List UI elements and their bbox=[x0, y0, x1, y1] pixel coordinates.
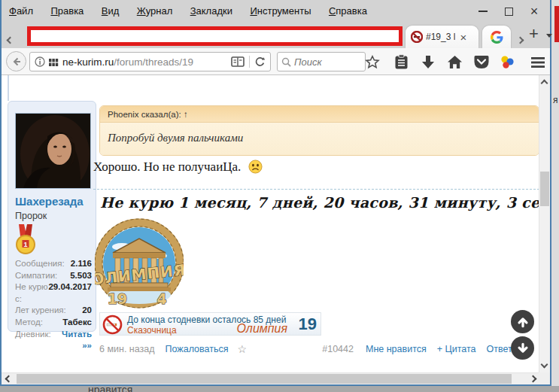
vertical-scrollbar-thumb[interactable] bbox=[540, 172, 549, 206]
pocket-icon bbox=[474, 55, 489, 69]
menu-history[interactable]: Журнал bbox=[137, 0, 172, 23]
google-favicon bbox=[491, 31, 503, 44]
menu-bookmarks[interactable]: Закладки bbox=[190, 0, 232, 23]
minimize-icon bbox=[478, 11, 488, 12]
search-icon bbox=[281, 57, 291, 67]
menu-edit[interactable]: Правка bbox=[50, 0, 84, 23]
downloads-button[interactable] bbox=[418, 53, 438, 71]
medal-icon: 1 bbox=[14, 224, 37, 259]
site-info-icon[interactable] bbox=[35, 56, 45, 67]
menu-file[interactable]: Файл bbox=[9, 0, 33, 23]
quote-link[interactable]: + Цитата bbox=[437, 344, 476, 354]
background-partial-text: я bbox=[553, 95, 558, 105]
tab-google[interactable] bbox=[482, 26, 511, 48]
horizontal-scrollbar[interactable] bbox=[2, 372, 540, 384]
svg-text:4: 4 bbox=[156, 290, 166, 307]
tab-scroll-left-button[interactable] bbox=[8, 32, 13, 46]
browser-window: Файл Правка Вид Журнал Закладки Инструме… bbox=[0, 0, 551, 386]
stat-row: Симпатии:5.503 bbox=[15, 270, 92, 282]
rate-star-icon[interactable]: ☆ bbox=[237, 343, 247, 355]
countdown-banner: До конца стодневки осталось 85 дней Сказ… bbox=[99, 312, 321, 336]
no-smoking-icon bbox=[102, 315, 123, 338]
scroll-to-top-button[interactable] bbox=[511, 310, 534, 333]
scroll-to-bottom-button[interactable] bbox=[511, 336, 534, 360]
chevron-left-icon bbox=[7, 37, 14, 44]
tab-close-icon[interactable]: × bbox=[460, 31, 466, 44]
user-title: Пророк bbox=[15, 211, 47, 221]
menu-help[interactable]: Справка bbox=[329, 0, 367, 23]
search-input[interactable] bbox=[294, 56, 354, 68]
username-link[interactable]: Шахерезада bbox=[15, 195, 84, 208]
menu-view[interactable]: Вид bbox=[102, 0, 120, 23]
home-icon bbox=[447, 55, 463, 69]
scrollbar-right-arrow[interactable] bbox=[530, 375, 537, 383]
banner-days-left: 19 bbox=[299, 315, 317, 334]
signature-text: Не курю 1 месяц, 7 дней, 20 часов, 31 ми… bbox=[100, 194, 550, 211]
pocket-button[interactable] bbox=[472, 53, 491, 71]
post-time[interactable]: 6 мин. назад bbox=[99, 344, 155, 354]
hamburger-icon bbox=[530, 56, 545, 68]
bookmark-star-button[interactable] bbox=[363, 53, 382, 71]
svg-text:1: 1 bbox=[23, 241, 27, 248]
report-link[interactable]: Пожаловаться bbox=[166, 344, 229, 354]
quote-header[interactable]: Phoenix сказал(а): ↑ bbox=[100, 106, 539, 123]
background-red-fragment bbox=[554, 6, 559, 42]
post-id[interactable]: #10442 bbox=[322, 344, 354, 354]
scrollbar-up-arrow[interactable] bbox=[541, 80, 548, 87]
stat-row: Метод:Табекс bbox=[15, 317, 92, 329]
quote-block: Phoenix сказал(а): ↑ Попробуй двумя паль… bbox=[99, 105, 539, 156]
colored-dots-icon bbox=[499, 54, 515, 71]
stat-value: 2.116 bbox=[71, 258, 92, 270]
horizontal-scrollbar-thumb[interactable] bbox=[17, 374, 512, 384]
close-button[interactable]: × bbox=[521, 0, 547, 23]
home-button[interactable] bbox=[445, 53, 464, 71]
tab-scroll-right-button[interactable] bbox=[518, 32, 523, 46]
tab-bar: #19_3 l × + bbox=[2, 23, 550, 48]
vertical-scrollbar[interactable] bbox=[539, 75, 550, 372]
search-box[interactable] bbox=[277, 52, 366, 71]
stat-value: Табекс bbox=[62, 317, 92, 329]
background-window-strip: я bbox=[551, 0, 559, 386]
stat-label: Не курю с: bbox=[15, 281, 48, 305]
stat-label: Симпатии: bbox=[15, 270, 57, 282]
new-tab-button[interactable]: + bbox=[529, 24, 539, 44]
banner-team-name: Олимпия bbox=[237, 322, 287, 336]
background-bottom-strip: нравится bbox=[0, 386, 559, 392]
reader-mode-icon[interactable] bbox=[231, 56, 245, 67]
stat-value: 20 bbox=[82, 305, 92, 317]
arrow-up-icon bbox=[516, 315, 530, 329]
extension-button[interactable] bbox=[497, 53, 517, 71]
maximize-icon bbox=[505, 8, 513, 16]
scrollbar-corner bbox=[539, 372, 550, 384]
user-stats: Сообщения:2.116 Симпатии:5.503 Не курю с… bbox=[15, 258, 92, 352]
back-arrow-icon bbox=[11, 56, 22, 67]
url-bar[interactable]: ne-kurim.ru/forum/threads/19 bbox=[29, 52, 271, 71]
tab-overflow-dropdown[interactable] bbox=[546, 34, 552, 38]
like-link[interactable]: Мне нравится bbox=[366, 344, 427, 354]
window-controls: × bbox=[470, 0, 547, 23]
avatar[interactable] bbox=[15, 113, 91, 189]
bookmarks-panel-button[interactable] bbox=[391, 53, 411, 71]
diary-read-link[interactable]: Читать »» bbox=[51, 329, 92, 352]
sad-smiley-icon bbox=[248, 160, 263, 174]
annotation-highlight bbox=[27, 26, 403, 46]
maximize-button[interactable] bbox=[496, 0, 521, 23]
download-arrow-icon bbox=[421, 55, 435, 70]
arrow-down-icon bbox=[516, 342, 530, 355]
tab-active[interactable]: #19_3 l × bbox=[406, 26, 478, 48]
stat-row: Сообщения:2.116 bbox=[15, 258, 92, 270]
url-tools bbox=[231, 56, 266, 68]
signature-separator bbox=[93, 189, 539, 190]
menu-tools[interactable]: Инструменты bbox=[250, 0, 311, 23]
scrollbar-left-arrow[interactable] bbox=[5, 375, 13, 383]
back-button[interactable] bbox=[6, 51, 26, 71]
reload-icon[interactable] bbox=[254, 56, 266, 68]
stat-value: 29.04.2017 bbox=[48, 281, 92, 305]
menu-bar: Файл Правка Вид Журнал Закладки Инструме… bbox=[2, 0, 550, 23]
scrollbar-down-arrow[interactable] bbox=[541, 361, 548, 369]
menu-button[interactable] bbox=[528, 53, 548, 71]
post-footer-actions: #10442 Мне нравится + Цитата Ответить bbox=[322, 344, 527, 354]
minimize-button[interactable] bbox=[470, 0, 496, 23]
site-permissions-icon[interactable] bbox=[48, 57, 59, 67]
url-path: /forum/threads/19 bbox=[114, 56, 193, 68]
